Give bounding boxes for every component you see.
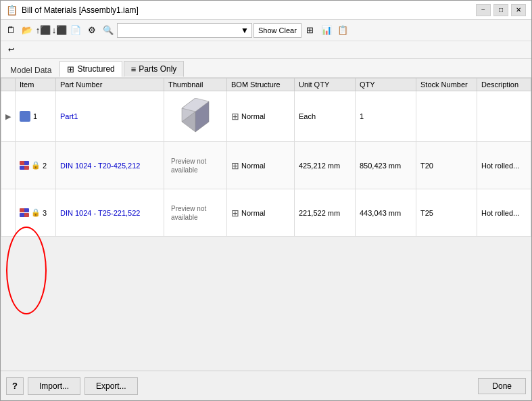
row2-stock: T20 [416,142,477,189]
row2-desc: Hot rolled... [477,142,531,189]
structured-tab[interactable]: ⊞ Structured [59,61,122,77]
row3-bom-value: Normal [241,209,265,217]
sort-asc-button[interactable]: ↑⬛ [36,23,51,38]
footer: ? Import... Export... Done [1,371,531,400]
row1-item-num: 1 [33,112,37,120]
bom-table: Item Part Number Thumbnail BOM Structure… [1,78,531,237]
minimize-button[interactable]: − [476,4,491,16]
row3-partnum: DIN 1024 - T25-221,522 [56,189,164,237]
list-view-button[interactable]: 📋 [335,23,350,38]
close-button[interactable]: ✕ [511,4,526,16]
row2-item: 🔒 2 [16,142,56,189]
toolbar: 🗒 📂 ↑⬛ ↓⬛ 📄 ⚙ 🔍 ▼ Show Clear ⊞ 📊 📋 [1,20,531,41]
row2-lock-icon: 🔒 [31,161,41,170]
structured-tab-label: Structured [77,64,114,74]
bom-col-header: BOM Structure [227,78,295,91]
row3-thumb-cell: Preview not available [168,202,222,225]
open-button[interactable]: 📂 [20,23,34,38]
table-row: ▶ 1 Part1 [1,91,531,142]
new-button[interactable]: 🗒 [3,23,18,38]
undo-button[interactable]: ↩ [3,43,18,57]
row1-expand[interactable]: ▶ [1,91,16,142]
row2-item-num: 2 [43,162,47,170]
help-button[interactable]: ? [6,377,24,395]
footer-left: ? Import... Export... [6,377,138,395]
row3-stock: T25 [416,189,477,237]
app-icon: 📋 [6,5,18,16]
import-button[interactable]: Import... [28,377,80,395]
row3-preview-text: Preview not available [171,205,206,221]
row1-stock [416,91,477,142]
row2-bom: ⊞ Normal [227,142,295,189]
row2-bom-value: Normal [241,162,265,170]
row2-thumb-cell: Preview not available [168,154,222,177]
parts-only-tab-label: Parts Only [139,64,176,74]
row3-qty: 443,043 mm [356,189,416,237]
window-title: Bill of Materials [Assembly1.iam] [22,5,139,15]
row2-bom-cell: ⊞ Normal [231,160,290,171]
row3-bom-cell: ⊞ Normal [231,208,290,218]
row2-expand[interactable] [1,142,16,189]
row2-unitqty: 425,212 mm [295,142,356,189]
row2-qty: 850,423 mm [356,142,416,189]
row3-lock-icon: 🔒 [31,208,41,217]
bom-icon: ⊞ [231,111,239,122]
dropdown-arrow-icon: ▼ [241,26,249,35]
row2-thumb: Preview not available [164,142,227,189]
row1-qty: 1 [356,91,416,142]
row2-preview-text: Preview not available [171,158,206,174]
row1-partnum: Part1 [56,91,164,142]
row3-unitqty: 221,522 mm [295,189,356,237]
grid-view-button[interactable]: ⊞ [303,23,318,38]
row2-partnum: DIN 1024 - T20-425,212 [56,142,164,189]
search-button[interactable]: 🔍 [101,23,116,38]
done-button[interactable]: Done [478,378,526,394]
parts-only-tab[interactable]: ≡ Parts Only [124,61,185,77]
row1-bom-cell: ⊞ Normal [231,111,290,122]
row1-unitqty: Each [295,91,356,142]
row1-desc [477,91,531,142]
row1-thumb-cell [168,93,222,140]
bom-table-container[interactable]: Item Part Number Thumbnail BOM Structure… [1,78,531,237]
unitqty-col-header: Unit QTY [295,78,356,91]
show-clear-label: Show Clear [258,26,297,34]
row3-expand[interactable] [1,189,16,237]
row1-bom-value: Normal [241,112,265,120]
row3-item: 🔒 3 [16,189,56,237]
title-bar-controls: − □ ✕ [476,4,526,16]
filter-dropdown[interactable]: ▼ [117,23,252,38]
thumb-col-header: Thumbnail [164,78,227,91]
expand-col-header [1,78,16,91]
export-button[interactable]: Export... [84,377,138,395]
structured-tab-icon: ⊞ [67,64,74,74]
maximize-button[interactable]: □ [493,4,508,16]
row3-item-num: 3 [43,209,47,217]
main-window: 📋 Bill of Materials [Assembly1.iam] − □ … [0,0,532,401]
toolbar2: ↩ [1,41,531,59]
stock-col-header: Stock Number [416,78,477,91]
table-view-button[interactable]: 📊 [319,23,334,38]
circle-annotation [6,227,47,314]
title-bar-left: 📋 Bill of Materials [Assembly1.iam] [6,5,139,16]
partnum-col-header: Part Number [56,78,164,91]
bom-icon: ⊞ [231,208,239,218]
row1-bom: ⊞ Normal [227,91,295,142]
row3-thumb: Preview not available [164,189,227,237]
row3-bom: ⊞ Normal [227,189,295,237]
table-row: 🔒 3 DIN 1024 - T25-221,522 Preview not a… [1,189,531,237]
desc-col-header: Description [477,78,531,91]
show-clear-button[interactable]: Show Clear [253,23,301,38]
parts-only-tab-icon: ≡ [131,64,137,74]
tabs-bar: Model Data ⊞ Structured ≡ Parts Only [1,59,531,78]
properties-button[interactable]: 📄 [68,23,83,38]
options-button[interactable]: ⚙ [84,23,99,38]
item-col-header: Item [16,78,56,91]
3d-box-svg [175,98,216,135]
model-data-tab[interactable]: Model Data [3,64,58,77]
content-area: Item Part Number Thumbnail BOM Structure… [1,78,531,371]
table-row: 🔒 2 DIN 1024 - T20-425,212 Preview not a… [1,142,531,189]
part-icon [20,111,30,122]
sort-desc-button[interactable]: ↓⬛ [52,23,67,38]
bom-icon: ⊞ [231,160,239,171]
row3-desc: Hot rolled... [477,189,531,237]
